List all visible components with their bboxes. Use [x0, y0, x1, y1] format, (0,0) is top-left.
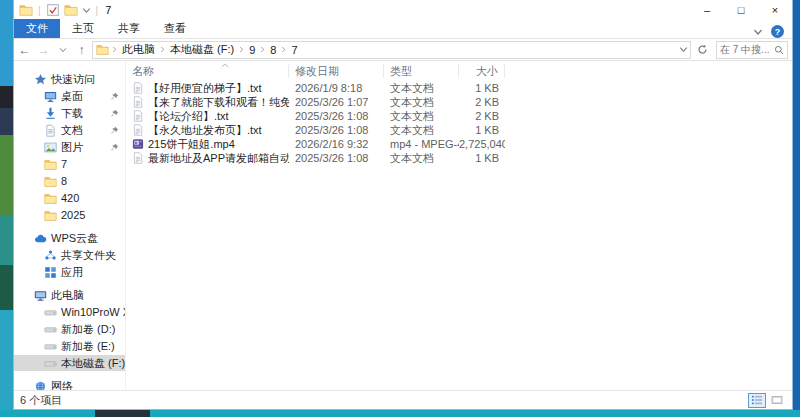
column-header-3[interactable]: 大小: [459, 64, 505, 78]
breadcrumb-separator-icon: [238, 46, 245, 53]
file-row-4[interactable]: 215饼干姐姐.mp42026/2/16 9:32mp4 - MPEG-4 ..…: [126, 137, 792, 151]
sidebar-item-13[interactable]: Win10ProW X64 (C:): [14, 304, 125, 320]
breadcrumb-item-3[interactable]: 8: [266, 44, 280, 56]
sidebar-item-4[interactable]: 图片: [14, 139, 125, 155]
file-size: 2 KB: [459, 96, 505, 108]
ribbon-tab-2[interactable]: 共享: [106, 19, 152, 38]
sidebar-item-7[interactable]: 420: [14, 190, 125, 206]
file-date: 2025/3/26 1:08: [289, 110, 384, 122]
sidebar-item-1[interactable]: 桌面: [14, 88, 125, 104]
sidebar-item-5[interactable]: 7: [14, 156, 125, 172]
sidebar-item-label: 文档: [61, 123, 83, 138]
pin-icon: [110, 92, 119, 101]
sidebar-item-15[interactable]: 新加卷 (E:): [14, 338, 125, 354]
breadcrumb-item-1[interactable]: 本地磁盘 (F:): [166, 42, 238, 57]
sidebar-item-10[interactable]: 共享文件夹: [14, 247, 125, 263]
thumbnails-view-button[interactable]: [768, 393, 786, 408]
back-button[interactable]: ←: [16, 41, 33, 59]
file-type: mp4 - MPEG-4 ...: [384, 138, 459, 150]
file-name: 【好用便宜的梯子】.txt: [148, 81, 262, 96]
new-folder-button[interactable]: [64, 3, 78, 17]
sidebar-item-6[interactable]: 8: [14, 173, 125, 189]
maximize-button[interactable]: □: [724, 0, 758, 20]
txtfile-icon: [132, 82, 144, 94]
divider: |: [95, 5, 100, 16]
forward-button[interactable]: →: [35, 41, 52, 59]
txtfile-icon: [132, 110, 144, 122]
view-toggles: [748, 393, 786, 408]
drive-icon: [44, 306, 57, 319]
sidebar-item-11[interactable]: 应用: [14, 264, 125, 280]
navigation-bar: ← → ↑ 此电脑本地磁盘 (F:)987: [14, 39, 792, 61]
file-row-0[interactable]: 【好用便宜的梯子】.txt2026/1/9 8:18文本文档1 KB: [126, 81, 792, 95]
file-rows: 【好用便宜的梯子】.txt2026/1/9 8:18文本文档1 KB【来了就能下…: [126, 81, 792, 390]
sidebar-item-9[interactable]: WPS云盘: [14, 230, 125, 246]
search-box[interactable]: [716, 41, 788, 59]
pin-icon: [110, 109, 119, 118]
sidebar-item-14[interactable]: 新加卷 (D:): [14, 321, 125, 337]
minimize-button[interactable]: –: [690, 0, 724, 20]
cloud-icon: [34, 232, 47, 245]
file-row-5[interactable]: 最新地址及APP请发邮箱自动获取！！！...2025/3/26 1:08文本文档…: [126, 151, 792, 165]
sidebar-item-label: 网络: [51, 379, 73, 391]
customize-qat-chevron-icon[interactable]: [82, 6, 91, 15]
help-icon[interactable]: ?: [771, 25, 784, 38]
properties-button[interactable]: [46, 3, 60, 17]
file-date: 2025/3/26 1:08: [289, 152, 384, 164]
sidebar-item-label: 2025: [61, 209, 85, 221]
file-type: 文本文档: [384, 95, 459, 110]
search-input[interactable]: [720, 44, 774, 55]
ribbon-tab-3[interactable]: 查看: [152, 19, 198, 38]
close-button[interactable]: ×: [758, 0, 792, 20]
sidebar-item-label: 共享文件夹: [61, 248, 116, 263]
recent-locations-chevron-icon[interactable]: [54, 41, 71, 59]
folder-icon: [44, 158, 57, 171]
navigation-pane: 快速访问桌面下载文档图片784202025WPS云盘共享文件夹应用此电脑Win1…: [14, 61, 126, 390]
ribbon-tab-row: 文件主页共享查看 ?: [14, 20, 792, 39]
sidebar-item-17[interactable]: 网络: [14, 378, 125, 390]
ribbon-tab-0[interactable]: 文件: [14, 19, 60, 38]
title-bar: | | 7 – □ ×: [14, 0, 792, 20]
sidebar-item-label: 7: [61, 158, 67, 170]
document-icon: [44, 124, 57, 137]
folder-icon: [44, 192, 57, 205]
column-header-1[interactable]: 修改日期: [289, 64, 384, 78]
address-dropdown-chevron-icon[interactable]: [679, 45, 688, 54]
star-icon: [34, 73, 47, 86]
expand-ribbon-chevron-icon[interactable]: [753, 27, 763, 37]
column-header-2[interactable]: 类型: [384, 64, 459, 78]
file-type: 文本文档: [384, 109, 459, 124]
sidebar-item-16[interactable]: 本地磁盘 (F:): [14, 355, 125, 371]
file-row-2[interactable]: 【论坛介绍】.txt2025/3/26 1:08文本文档2 KB: [126, 109, 792, 123]
breadcrumb-item-4[interactable]: 7: [287, 44, 301, 56]
details-view-button[interactable]: [748, 393, 766, 408]
sidebar-item-label: 应用: [61, 265, 83, 280]
folder-icon: [44, 175, 57, 188]
file-size: 1 KB: [459, 152, 505, 164]
sidebar-item-label: 本地磁盘 (F:): [61, 356, 125, 371]
picture-icon: [44, 141, 57, 154]
file-row-3[interactable]: 【永久地址发布页】.txt2025/3/26 1:08文本文档1 KB: [126, 123, 792, 137]
ribbon-tab-1[interactable]: 主页: [60, 19, 106, 38]
network-icon: [34, 380, 47, 391]
sidebar-item-3[interactable]: 文档: [14, 122, 125, 138]
refresh-button[interactable]: [693, 41, 711, 59]
file-row-1[interactable]: 【来了就能下载和观看！纯免费！】.txt2025/3/26 1:07文本文档2 …: [126, 95, 792, 109]
breadcrumb-separator-icon: [159, 46, 166, 53]
breadcrumb-item-2[interactable]: 9: [245, 44, 259, 56]
breadcrumb-item-0[interactable]: 此电脑: [118, 42, 159, 57]
sidebar-item-8[interactable]: 2025: [14, 207, 125, 223]
sidebar-item-0[interactable]: 快速访问: [14, 71, 125, 87]
pin-icon: [110, 143, 119, 152]
up-button[interactable]: ↑: [73, 41, 90, 59]
sidebar-item-2[interactable]: 下载: [14, 105, 125, 121]
column-header-0[interactable]: 名称: [126, 64, 289, 78]
breadcrumb-separator-icon: [259, 46, 266, 53]
address-bar[interactable]: 此电脑本地磁盘 (F:)987: [92, 41, 691, 59]
item-count: 6 个项目: [20, 393, 62, 408]
status-bar: 6 个项目: [14, 390, 792, 409]
sidebar-item-12[interactable]: 此电脑: [14, 287, 125, 303]
divider: |: [37, 5, 42, 16]
txtfile-icon: [132, 124, 144, 136]
file-date: 2026/2/16 9:32: [289, 138, 384, 150]
